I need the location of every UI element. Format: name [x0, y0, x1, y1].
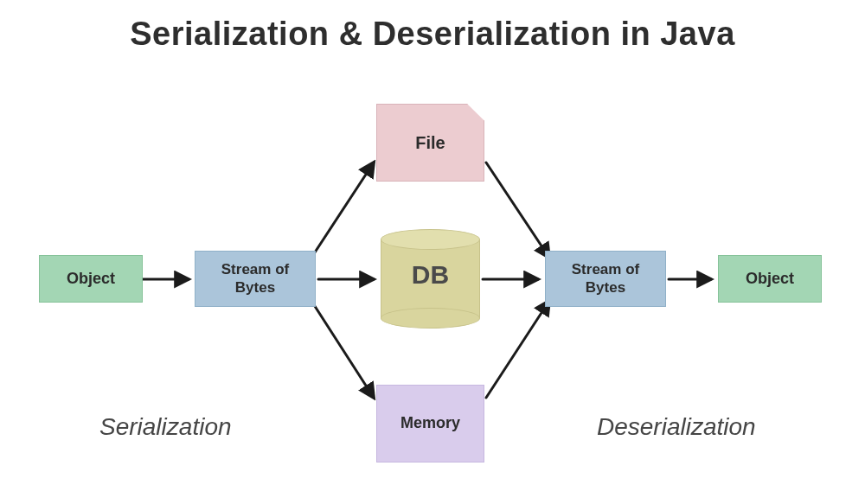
node-label: Object: [746, 270, 794, 289]
arrow-file-to-stream_right: [486, 163, 549, 258]
node-label: Stream of Bytes: [572, 261, 639, 297]
node-memory: Memory: [376, 385, 484, 463]
caption-serialization: Serialization: [99, 413, 232, 441]
node-label: Stream of Bytes: [221, 261, 289, 297]
node-label: Memory: [400, 414, 460, 433]
db-top-ellipse: [381, 229, 480, 250]
node-object-left: Object: [39, 255, 143, 303]
node-label: Object: [67, 270, 115, 289]
diagram-stage: Serialization & Deserialization in Java …: [0, 0, 865, 504]
db-bottom-ellipse: [381, 308, 480, 329]
node-stream-of-bytes-right: Stream of Bytes: [545, 251, 666, 307]
node-label: DB: [381, 260, 480, 290]
node-object-right: Object: [718, 255, 822, 303]
arrow-stream_left-to-file: [311, 163, 374, 258]
node-database: DB: [381, 229, 480, 329]
caption-deserialization: Deserialization: [597, 413, 756, 441]
arrow-stream_left-to-memory: [311, 301, 374, 398]
node-file: File: [376, 104, 484, 182]
node-label: File: [415, 132, 445, 153]
node-stream-of-bytes-left: Stream of Bytes: [195, 251, 316, 307]
arrow-memory-to-stream_right: [486, 301, 549, 398]
page-title: Serialization & Deserialization in Java: [0, 16, 865, 53]
